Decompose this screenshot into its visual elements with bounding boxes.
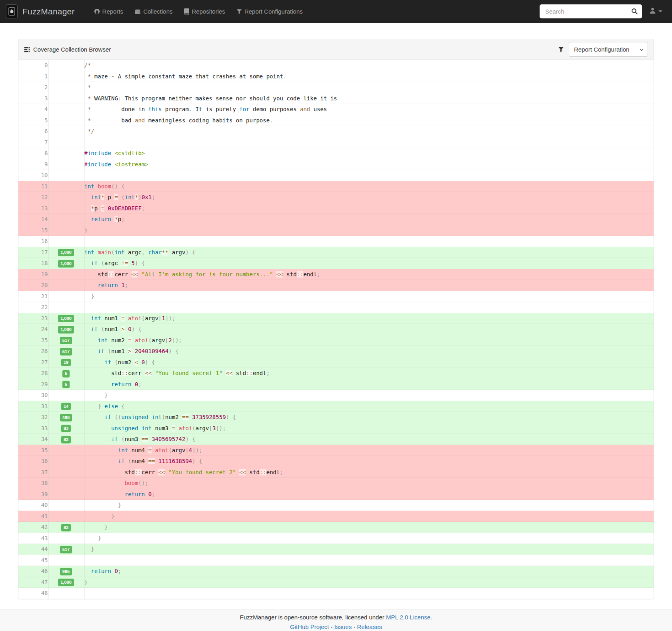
code-line-source: } bbox=[84, 511, 654, 522]
filter-icon[interactable] bbox=[558, 46, 564, 52]
code-line-source: } bbox=[84, 225, 654, 236]
search-input[interactable] bbox=[544, 8, 631, 15]
code-line-source: * maze - A simple constant maze that cra… bbox=[84, 71, 654, 82]
code-line-row: 231,000 int num1 = atoi(argv[1]); bbox=[18, 313, 654, 324]
footer-license-link[interactable]: MPL 2.0 License. bbox=[386, 614, 432, 621]
coverage-count-cell bbox=[48, 280, 84, 291]
line-number: 36 bbox=[18, 456, 48, 467]
coverage-count-cell bbox=[48, 82, 84, 93]
search-icon[interactable] bbox=[631, 8, 638, 15]
code-line-source: if (num1 > 0) { bbox=[84, 324, 654, 335]
code-line-row: 22 bbox=[18, 302, 654, 313]
code-line-row: 295 return 0; bbox=[18, 379, 654, 390]
coverage-count-cell: 517 bbox=[48, 335, 84, 346]
report-configuration-select[interactable]: Report Configuration bbox=[569, 42, 648, 57]
coverage-count-badge: 83 bbox=[61, 425, 71, 432]
code-line-source: int num1 = atoi(argv[1]); bbox=[84, 313, 654, 324]
coverage-count-cell bbox=[48, 511, 84, 522]
coverage-count-cell bbox=[48, 159, 84, 170]
coverage-panel: Coverage Collection Browser Report Confi… bbox=[18, 39, 654, 599]
code-line-row: 12 int* p = (int*)0x1; bbox=[18, 192, 654, 203]
code-line-source: if (argc != 5) { bbox=[84, 258, 654, 269]
code-line-row: 45 bbox=[18, 555, 654, 566]
coverage-count-cell bbox=[48, 500, 84, 511]
code-line-row: 1 * maze - A simple constant maze that c… bbox=[18, 71, 654, 82]
nav-item-label: Repositories bbox=[192, 8, 225, 15]
book-icon bbox=[184, 8, 190, 15]
line-number: 21 bbox=[18, 291, 48, 302]
code-line-source: } bbox=[84, 577, 654, 588]
coverage-count-badge: 517 bbox=[60, 348, 72, 355]
line-number: 47 bbox=[18, 577, 48, 588]
code-line-row: 36 if (num4 == 1111638594) { bbox=[18, 456, 654, 467]
code-line-source: * WARNING: This program neither makes se… bbox=[84, 93, 654, 104]
footer-link-releases[interactable]: Releases bbox=[357, 623, 382, 630]
line-number: 45 bbox=[18, 555, 48, 566]
dashboard-icon bbox=[94, 8, 100, 14]
user-menu[interactable] bbox=[649, 7, 662, 16]
coverage-count-badge: 517 bbox=[60, 546, 72, 553]
tasks-icon bbox=[24, 47, 30, 52]
line-number: 19 bbox=[18, 269, 48, 280]
footer-link-github-project[interactable]: GitHub Project bbox=[290, 623, 329, 630]
nav-item-report-configurations[interactable]: Report Configurations bbox=[231, 0, 308, 23]
line-number: 40 bbox=[18, 500, 48, 511]
code-line-source: if (num4 == 1111638594) { bbox=[84, 456, 654, 467]
nav-item-reports[interactable]: Reports bbox=[88, 0, 129, 23]
panel-title: Coverage Collection Browser bbox=[33, 46, 111, 53]
code-line-source: int boom() { bbox=[84, 181, 654, 192]
code-line-source: * done in this program. It is purely for… bbox=[84, 104, 654, 115]
coverage-count-cell bbox=[48, 269, 84, 280]
line-number: 38 bbox=[18, 478, 48, 489]
caret-down-icon bbox=[658, 10, 662, 12]
code-line-row: 285 std::cerr << "You found secret 1" <<… bbox=[18, 368, 654, 379]
coverage-count-cell bbox=[48, 236, 84, 247]
line-number: 22 bbox=[18, 302, 48, 313]
code-line-source: std::cerr << "All I'm asking for is four… bbox=[84, 269, 654, 280]
coverage-count-cell: 5 bbox=[48, 368, 84, 379]
code-line-row: 5 * bad and meaningless coding habits on… bbox=[18, 115, 654, 126]
line-number: 6 bbox=[18, 126, 48, 137]
code-line-row: 35 int num4 = atoi(argv[4]); bbox=[18, 445, 654, 456]
coverage-count-badge: 995 bbox=[60, 568, 72, 575]
code-line-source: return 1; bbox=[84, 280, 654, 291]
code-line-source: } bbox=[84, 522, 654, 533]
brand-title[interactable]: FuzzManager bbox=[22, 7, 75, 16]
code-line-row: 7 bbox=[18, 137, 654, 148]
code-line-row: 14 return *p; bbox=[18, 214, 654, 225]
code-line-row: 40 } bbox=[18, 500, 654, 511]
code-line-row: 41 } bbox=[18, 511, 654, 522]
line-number: 35 bbox=[18, 445, 48, 456]
line-number: 1 bbox=[18, 71, 48, 82]
code-line-row: 241,000 if (num1 > 0) { bbox=[18, 324, 654, 335]
coverage-count-cell: 83 bbox=[48, 434, 84, 445]
line-number: 37 bbox=[18, 467, 48, 478]
footer: FuzzManager is open-source software, lic… bbox=[0, 609, 672, 631]
code-line-row: 10 bbox=[18, 170, 654, 181]
code-line-source: } else { bbox=[84, 401, 654, 412]
coverage-count-cell bbox=[48, 467, 84, 478]
code-line-row: 171,000int main(int argc, char** argv) { bbox=[18, 247, 654, 258]
nav-item-repositories[interactable]: Repositories bbox=[178, 0, 231, 23]
code-line-row: 46995 return 0; bbox=[18, 566, 654, 577]
coverage-count-badge: 1,000 bbox=[58, 249, 74, 256]
coverage-count-cell bbox=[48, 478, 84, 489]
nav-item-label: Collections bbox=[143, 8, 172, 15]
footer-separator: · bbox=[331, 623, 333, 630]
footer-link-issues[interactable]: Issues bbox=[334, 623, 352, 630]
coverage-count-cell bbox=[48, 225, 84, 236]
nav-item-collections[interactable]: Collections bbox=[129, 0, 178, 23]
code-line-source: if (num1 > 2040109464) { bbox=[84, 346, 654, 357]
search-box bbox=[540, 4, 642, 18]
code-line-row: 4 * done in this program. It is purely f… bbox=[18, 104, 654, 115]
coverage-count-badge: 1,000 bbox=[58, 260, 74, 268]
code-line-source bbox=[84, 588, 654, 599]
code-line-source: } bbox=[84, 291, 654, 302]
coverage-count-cell bbox=[48, 291, 84, 302]
code-table-body: 0/*1 * maze - A simple constant maze tha… bbox=[18, 60, 654, 599]
line-number: 44 bbox=[18, 544, 48, 555]
coverage-count-cell bbox=[48, 588, 84, 599]
fuzzmanager-logo-icon bbox=[6, 4, 18, 18]
line-number: 29 bbox=[18, 379, 48, 390]
code-line-source: return *p; bbox=[84, 214, 654, 225]
